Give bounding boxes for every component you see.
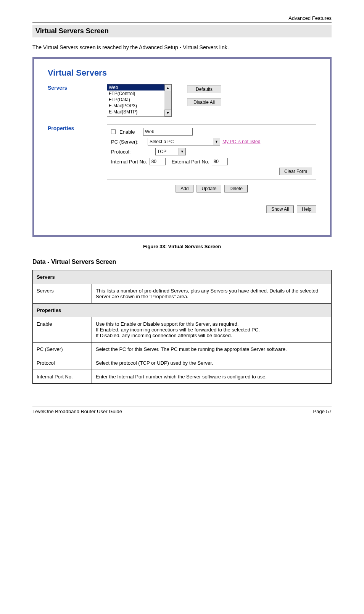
my-pc-not-listed-link[interactable]: My PC is not listed [222,139,260,144]
figure-caption: Figure 33: Virtual Servers Screen [32,244,332,249]
protocol-value: TCP [156,149,179,154]
table-band: Properties [33,304,332,317]
virtual-servers-panel: Virtual Servers Servers Web FTP(Control)… [32,57,332,237]
table-val: Use this to Enable or Disable support fo… [92,317,332,343]
defaults-button[interactable]: Defaults [187,86,221,93]
table-key: Protocol [33,356,92,370]
header-right-text: Advanced Features [288,15,332,21]
listbox-item[interactable]: FTP(Control) [107,90,164,97]
protocol-select[interactable]: TCP ▼ [155,148,186,155]
enable-checkbox[interactable] [111,129,116,134]
clear-form-button[interactable]: Clear Form [279,168,312,175]
listbox-scrollbar[interactable]: ▲ ▼ [164,84,171,116]
internal-port-label: Internal Port No. [111,159,147,165]
table-val: Select the protocol (TCP or UDP) used by… [92,356,332,370]
pc-server-label: PC (Server): [111,139,145,145]
show-all-button[interactable]: Show All [266,205,294,213]
table-band: Servers [33,270,332,284]
listbox-item[interactable]: E-Mail(SMTP) [107,109,164,115]
listbox-item[interactable]: E-Mail(POP3) [107,103,164,109]
add-button[interactable]: Add [176,185,193,192]
properties-box: Enable PC (Server): Select a PC ▼ My PC … [107,124,316,179]
footer-left: LevelOne Broadband Router User Guide [32,409,122,414]
table-key: Internal Port No. [33,370,92,384]
footer-right: Page 57 [313,409,332,414]
scroll-up-icon[interactable]: ▲ [164,84,171,91]
listbox-item[interactable]: FTP(Data) [107,97,164,103]
panel-title: Virtual Servers [48,68,316,78]
help-button[interactable]: Help [297,205,316,213]
protocol-label: Protocol: [111,149,153,155]
table-val: This lists a number of pre-defined Serve… [92,284,332,304]
table-val: Select the PC for this Server. The PC mu… [92,343,332,356]
pc-server-value: Select a PC [148,139,213,144]
properties-section-label: Properties [48,124,107,131]
server-name-input[interactable] [143,128,193,136]
table-val: Enter the Internal Port number which the… [92,370,332,384]
enable-label: Enable [119,129,141,135]
external-port-input[interactable] [212,158,228,165]
table-key: Servers [33,284,92,304]
page-footer: LevelOne Broadband Router User Guide Pag… [32,407,332,414]
servers-listbox[interactable]: Web FTP(Control) FTP(Data) E-Mail(POP3) … [107,84,172,117]
table-key: Enable [33,317,92,343]
data-subheading: Data - Virtual Servers Screen [32,259,332,265]
chevron-down-icon: ▼ [179,148,185,155]
header-bar: Advanced Features [32,15,332,23]
table-key: PC (Server) [33,343,92,356]
disable-all-button[interactable]: Disable All [187,99,221,106]
update-button[interactable]: Update [196,185,221,192]
chevron-down-icon: ▼ [213,138,220,145]
section-title: Virtual Servers Screen [32,25,332,37]
listbox-item[interactable]: Web [107,84,164,90]
intro-text: The Virtual Servers screen is reached by… [32,44,332,50]
pc-server-select[interactable]: Select a PC ▼ [148,138,220,145]
servers-section-label: Servers [48,84,107,91]
description-table: Servers Servers This lists a number of p… [32,270,332,384]
scroll-down-icon[interactable]: ▼ [164,110,171,116]
delete-button[interactable]: Delete [224,185,248,192]
internal-port-input[interactable] [150,158,166,165]
external-port-label: External Port No. [172,159,209,165]
